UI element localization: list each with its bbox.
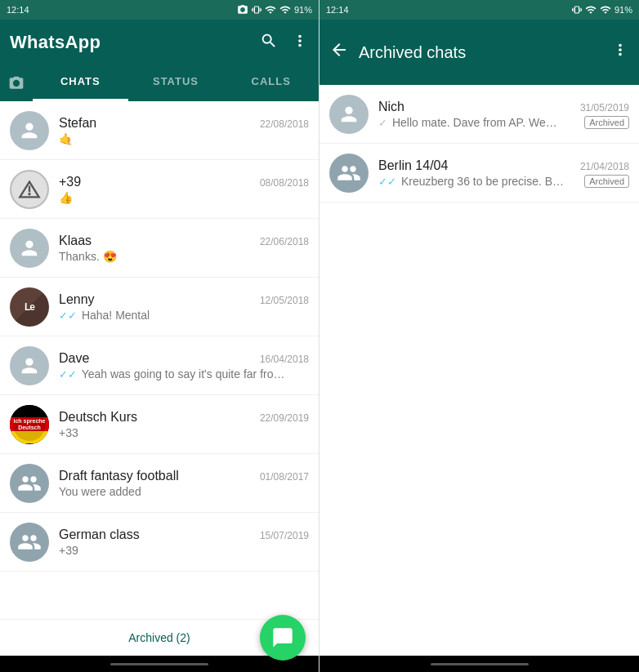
chat-item-deutsch[interactable]: ich sprecheDeutsch Deutsch Kurs 22/09/20… [0,395,319,454]
left-header: WhatsApp CHATS STATUS CALLS [0,20,319,101]
chat-name-german: German class [59,527,140,542]
chat-name-nich: Nich [378,100,404,114]
camera-status-icon [237,4,248,16]
signal-icon-r [585,4,597,16]
archived-header-main: Archived chats [320,20,639,85]
chat-name-klaas: Klaas [59,234,92,248]
archived-badge-nich: Archived [584,116,629,129]
nav-line-left [110,663,208,665]
nav-line-right [431,663,529,665]
chat-date-draft: 01/08/2017 [260,471,309,483]
nav-bar-right [320,656,639,672]
tab-chats[interactable]: CHATS [33,65,128,101]
chat-date-klaas: 22/06/2018 [260,236,309,247]
chat-date-stefan: 22/08/2018 [260,118,309,130]
tab-status[interactable]: STATUS [128,65,224,101]
chat-date-lenny: 12/05/2018 [260,295,309,306]
nav-bar-left [0,656,319,672]
avatar-klaas [10,229,49,268]
tab-calls[interactable]: CALLS [223,65,319,101]
archived-list: Nich 31/05/2019 ✓ Hello mate. Dave from … [320,85,639,656]
chat-content-klaas: Klaas 22/06/2018 Thanks. 😍 [59,234,309,263]
wifi-icon-r [600,4,611,16]
chat-item-klaas[interactable]: Klaas 22/06/2018 Thanks. 😍 [0,219,319,278]
chat-item-stefan[interactable]: Stefan 22/08/2018 🤙 [0,101,319,160]
chat-content-lenny: Lenny 12/05/2018 ✓✓ Haha! Mental [59,292,309,322]
compose-fab[interactable] [260,615,306,661]
status-icons-right: 91% [572,4,632,16]
chat-date-deutsch: 22/09/2019 [260,412,309,424]
avatar-stefan [10,111,49,150]
avatar-39 [10,170,49,209]
header-icons [260,32,309,54]
archived-item-nich[interactable]: Nich 31/05/2019 ✓ Hello mate. Dave from … [320,85,639,144]
more-options-icon[interactable] [291,32,309,54]
chat-name-deutsch: Deutsch Kurs [59,410,137,425]
chat-content-berlin: Berlin 14/04 21/04/2018 ✓✓ Kreuzberg 36 … [378,158,629,188]
status-bar-left: 12:14 91% [0,0,319,20]
chat-date-german: 15/07/2019 [260,530,309,541]
archived-footer[interactable]: Archived (2) [0,619,319,656]
tab-camera[interactable] [0,65,33,101]
chat-date-39: 08/08/2018 [260,177,309,189]
left-panel: 12:14 91% WhatsApp [0,0,320,672]
chat-preview-stefan: 🤙 [59,132,309,145]
avatar-dave [10,346,49,385]
chat-item-lenny[interactable]: Le Lenny 12/05/2018 ✓✓ Haha! Mental [0,278,319,336]
chat-name-dave: Dave [59,351,89,366]
search-icon[interactable] [260,32,278,54]
chat-content-draft: Draft fantasy football 01/08/2017 You we… [59,469,309,498]
avatar-nich [329,95,369,134]
chat-item-39[interactable]: +39 08/08/2018 👍 [0,160,319,219]
chat-preview-dave: ✓✓ Yeah was going to say it's quite far … [59,367,309,381]
chat-date-dave: 16/04/2018 [260,354,309,365]
chat-preview-row-nich: ✓ Hello mate. Dave from AP. We… Archived [378,116,629,129]
archived-more-icon[interactable] [611,41,629,64]
chat-content-stefan: Stefan 22/08/2018 🤙 [59,116,309,145]
chat-name-stefan: Stefan [59,116,96,131]
header-main: WhatsApp [0,20,319,65]
right-panel: 12:14 91% Archived chats [320,0,639,672]
chat-preview-german: +39 [59,544,309,557]
avatar-deutsch: ich sprecheDeutsch [10,405,49,444]
avatar-berlin [329,154,369,193]
archived-title: Archived chats [359,43,601,62]
avatar-lenny: Le [10,287,49,327]
back-button[interactable] [329,40,349,65]
chat-name-berlin: Berlin 14/04 [378,158,448,173]
vibrate-icon-r [572,4,582,16]
battery-right: 91% [614,5,632,15]
chat-date-berlin: 21/04/2018 [580,161,629,172]
chat-item-german[interactable]: German class 15/07/2019 +39 [0,513,319,572]
chat-preview-row-berlin: ✓✓ Kreuzberg 36 to be precise. B… Archiv… [378,175,629,188]
chat-preview-berlin: ✓✓ Kreuzberg 36 to be precise. B… [378,175,578,188]
chat-name-lenny: Lenny [59,292,95,307]
tick-dave: ✓✓ [59,368,77,381]
archived-badge-berlin: Archived [584,175,629,188]
vibrate-icon [252,4,261,16]
chat-preview-deutsch: +33 [59,426,309,439]
archived-item-berlin[interactable]: Berlin 14/04 21/04/2018 ✓✓ Kreuzberg 36 … [320,144,639,202]
chat-preview-draft: You were added [59,485,309,498]
avatar-draft [10,464,49,503]
tick-lenny: ✓✓ [59,309,77,322]
wifi-icon [279,4,291,16]
chat-date-nich: 31/05/2019 [580,102,629,113]
archived-label: Archived (2) [128,631,190,644]
chat-content-deutsch: Deutsch Kurs 22/09/2019 +33 [59,410,309,439]
chat-preview-lenny: ✓✓ Haha! Mental [59,309,309,322]
app-title: WhatsApp [10,32,101,53]
chat-item-dave[interactable]: Dave 16/04/2018 ✓✓ Yeah was going to say… [0,336,319,395]
avatar-german [10,523,49,562]
chat-name-39: +39 [59,175,81,189]
chat-content-dave: Dave 16/04/2018 ✓✓ Yeah was going to say… [59,351,309,381]
chat-item-draft[interactable]: Draft fantasy football 01/08/2017 You we… [0,454,319,513]
chat-preview-39: 👍 [59,191,309,204]
chat-name-draft: Draft fantasy football [59,469,179,483]
chat-preview-klaas: Thanks. 😍 [59,250,309,263]
tick-nich: ✓ [378,117,387,129]
time-left: 12:14 [7,5,29,15]
chat-preview-nich: ✓ Hello mate. Dave from AP. We… [378,116,578,129]
tabs: CHATS STATUS CALLS [0,65,319,101]
time-right: 12:14 [326,5,349,15]
